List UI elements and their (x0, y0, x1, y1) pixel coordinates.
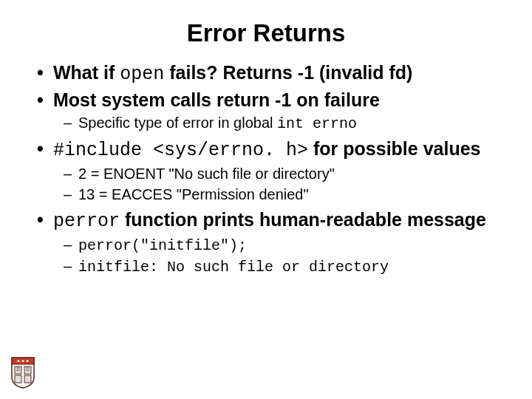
slide-content: What if open fails? Returns -1 (invalid … (0, 61, 532, 277)
sublist: Specific type of error in global int err… (53, 113, 502, 134)
code: initfile: No such file or directory (78, 259, 389, 276)
sublist: perror("initfile"); initfile: No such fi… (53, 235, 502, 277)
svg-rect-6 (24, 375, 31, 383)
slide-title: Error Returns (0, 0, 532, 61)
svg-rect-5 (15, 375, 21, 383)
code-open: open (120, 64, 164, 85)
code-int-errno: int errno (277, 115, 357, 132)
sublist: 2 = ENOENT "No such file or directory" 1… (53, 164, 502, 205)
svg-point-2 (26, 360, 28, 362)
text: Specific type of error in global (78, 115, 277, 131)
bullet-perror: perror function prints human-readable me… (53, 208, 502, 277)
brown-shield-icon (10, 356, 35, 389)
code: perror("initfile"); (78, 237, 247, 254)
code-perror: perror (53, 211, 120, 232)
svg-point-1 (21, 360, 24, 362)
code-include: #include <sys/errno. h> (53, 140, 308, 161)
bullet-include: #include <sys/errno. h> for possible val… (53, 137, 502, 205)
subbullet-perror-call: perror("initfile"); (78, 235, 502, 256)
text: function prints human-readable message (120, 209, 486, 230)
subbullet-errno: Specific type of error in global int err… (78, 113, 502, 134)
text: fails? Returns -1 (invalid fd) (164, 62, 412, 83)
slide: Error Returns What if open fails? Return… (0, 0, 532, 399)
subbullet-enoent: 2 = ENOENT "No such file or directory" (78, 164, 502, 184)
text: What if (53, 62, 120, 83)
text: Most system calls return -1 on failure (53, 89, 380, 110)
subbullet-perror-output: initfile: No such file or directory (78, 256, 502, 277)
subbullet-eacces: 13 = EACCES "Permission denied" (78, 185, 502, 205)
bullet-syscalls-return: Most system calls return -1 on failure S… (53, 88, 502, 134)
bullet-list: What if open fails? Returns -1 (invalid … (30, 61, 502, 277)
text: for possible values (308, 138, 480, 159)
svg-point-0 (17, 360, 19, 362)
bullet-open-fails: What if open fails? Returns -1 (invalid … (53, 61, 502, 86)
